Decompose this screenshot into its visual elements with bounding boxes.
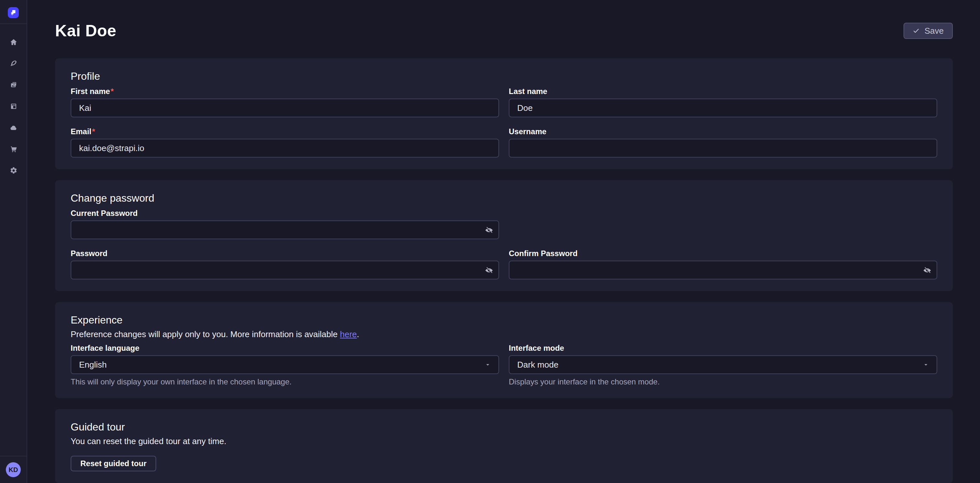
toggle-current-password-visibility[interactable] — [479, 221, 498, 239]
required-marker: * — [92, 127, 95, 136]
guided-tour-description: You can reset the guided tour at any tim… — [71, 436, 937, 447]
save-button[interactable]: Save — [904, 22, 953, 38]
password-field: Password — [71, 249, 499, 279]
guided-tour-title: Guided tour — [71, 421, 937, 434]
last-name-field: Last name — [509, 87, 937, 117]
last-name-input[interactable] — [509, 99, 937, 117]
cart-icon — [10, 145, 17, 153]
username-field: Username — [509, 127, 937, 158]
interface-language-label: Interface language — [71, 344, 499, 353]
confirm-password-field: Confirm Password — [509, 249, 937, 279]
images-icon — [10, 81, 17, 89]
username-label: Username — [509, 127, 937, 137]
strapi-logo[interactable] — [8, 7, 19, 18]
gear-icon — [10, 167, 17, 174]
interface-mode-select[interactable]: Dark mode — [509, 355, 937, 374]
password-input[interactable] — [71, 261, 499, 279]
sidebar-divider-bottom — [0, 456, 27, 456]
chevron-down-icon — [923, 362, 929, 368]
eye-slash-icon — [484, 225, 493, 234]
cloud-icon — [10, 124, 17, 132]
sidebar-item-content-type-builder[interactable] — [10, 102, 17, 110]
reset-guided-tour-button[interactable]: Reset guided tour — [71, 456, 156, 471]
email-field: Email* — [71, 127, 499, 158]
page-header: Kai Doe Save — [55, 0, 953, 40]
experience-section: Experience Preference changes will apply… — [55, 302, 953, 398]
first-name-label: First name* — [71, 87, 499, 97]
page-title: Kai Doe — [55, 21, 116, 40]
app-root: KD Kai Doe Save Profile First name* — [0, 0, 980, 483]
experience-title: Experience — [71, 314, 937, 327]
sidebar-nav — [0, 24, 27, 174]
layout-icon — [10, 102, 17, 110]
main-content: Kai Doe Save Profile First name* Last na… — [28, 0, 980, 483]
interface-mode-hint: Displays your interface in the chosen mo… — [509, 377, 937, 386]
interface-language-hint: This will only display your own interfac… — [71, 377, 499, 386]
interface-language-select[interactable]: English — [71, 355, 499, 374]
change-password-section: Change password Current Password — [55, 180, 953, 291]
user-avatar[interactable]: KD — [6, 462, 21, 477]
chevron-down-icon — [485, 362, 491, 368]
change-password-title: Change password — [71, 192, 937, 205]
profile-section: Profile First name* Last name Email* Use… — [55, 58, 953, 169]
toggle-confirm-password-visibility[interactable] — [917, 261, 937, 279]
interface-mode-label: Interface mode — [509, 344, 937, 353]
sidebar: KD — [0, 0, 27, 483]
strapi-logo-icon — [9, 8, 18, 17]
eye-slash-icon — [922, 266, 932, 274]
email-input[interactable] — [71, 139, 499, 158]
toggle-password-visibility[interactable] — [479, 261, 498, 279]
interface-mode-value: Dark mode — [517, 360, 558, 370]
current-password-label: Current Password — [71, 209, 499, 218]
current-password-input[interactable] — [71, 220, 499, 239]
sidebar-item-marketplace[interactable] — [10, 145, 17, 153]
email-label: Email* — [71, 127, 499, 137]
confirm-password-label: Confirm Password — [509, 249, 937, 259]
required-marker: * — [110, 87, 113, 96]
check-icon — [913, 27, 920, 34]
here-link[interactable]: here — [340, 329, 357, 339]
sidebar-item-content-manager[interactable] — [10, 60, 17, 67]
interface-language-field: Interface language English This will onl… — [71, 344, 499, 386]
feather-icon — [10, 60, 17, 67]
save-button-label: Save — [924, 26, 944, 35]
profile-section-title: Profile — [71, 70, 937, 83]
sidebar-item-media-library[interactable] — [10, 81, 17, 89]
sidebar-item-cloud[interactable] — [10, 124, 17, 132]
current-password-field: Current Password — [71, 209, 499, 239]
interface-mode-field: Interface mode Dark mode Displays your i… — [509, 344, 937, 386]
home-icon — [10, 38, 17, 46]
username-input[interactable] — [509, 139, 937, 158]
sidebar-item-home[interactable] — [10, 38, 17, 46]
last-name-label: Last name — [509, 87, 937, 97]
eye-slash-icon — [484, 266, 493, 274]
experience-description: Preference changes will apply only to yo… — [71, 329, 937, 340]
sidebar-footer: KD — [0, 456, 27, 483]
first-name-field: First name* — [71, 87, 499, 117]
password-label: Password — [71, 249, 499, 259]
confirm-password-input[interactable] — [509, 261, 937, 279]
sidebar-item-settings[interactable] — [10, 167, 17, 174]
interface-language-value: English — [79, 360, 107, 370]
guided-tour-section: Guided tour You can reset the guided tou… — [55, 409, 953, 483]
first-name-input[interactable] — [71, 99, 499, 117]
